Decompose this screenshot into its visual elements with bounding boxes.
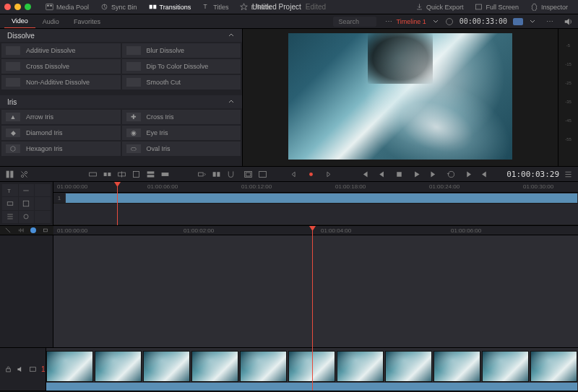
transition-button[interactable] bbox=[211, 167, 223, 180]
split-clip-button[interactable] bbox=[19, 167, 30, 180]
svg-rect-27 bbox=[24, 201, 30, 206]
panel-options-button[interactable]: ⋯ bbox=[381, 17, 397, 25]
timeline-options-button[interactable]: ⋯ bbox=[542, 17, 558, 25]
clip-thumb[interactable] bbox=[95, 351, 142, 382]
transition-cross-dissolve[interactable]: Cross Dissolve bbox=[1, 59, 121, 74]
overview-clip[interactable] bbox=[66, 193, 577, 203]
video-tab[interactable]: Video bbox=[4, 14, 35, 28]
razor-icon[interactable] bbox=[4, 227, 12, 234]
transition-eye-iris[interactable]: ◉Eye Iris bbox=[122, 126, 241, 140]
clip-thumb[interactable] bbox=[143, 351, 190, 382]
quick-export-button[interactable]: Quick Export bbox=[410, 3, 470, 11]
tool-3[interactable] bbox=[35, 184, 51, 196]
clip-thumb[interactable] bbox=[482, 351, 529, 382]
overview-track[interactable]: 1 bbox=[53, 193, 578, 204]
svg-rect-26 bbox=[7, 202, 13, 206]
smart-insert-button[interactable] bbox=[87, 167, 99, 180]
clip-thumb[interactable] bbox=[337, 351, 384, 382]
transitions-tab[interactable]: Transitions bbox=[143, 0, 197, 14]
overview-track-label: 1 bbox=[53, 193, 65, 203]
clip-thumb[interactable] bbox=[240, 351, 287, 382]
tools-dropdown[interactable] bbox=[197, 167, 208, 180]
tool-7[interactable] bbox=[2, 211, 18, 223]
transition-non-additive[interactable]: Non-Additive Dissolve bbox=[1, 75, 121, 90]
safe-area-button[interactable] bbox=[243, 167, 254, 180]
timecode-menu-button[interactable] bbox=[562, 167, 574, 180]
speaker-icon[interactable] bbox=[564, 17, 574, 27]
video-track-icon[interactable] bbox=[29, 365, 37, 373]
full-screen-button[interactable]: Full Screen bbox=[469, 3, 525, 11]
source-overwrite-button[interactable] bbox=[160, 167, 171, 180]
loop-button[interactable] bbox=[444, 167, 457, 180]
close-up-button[interactable] bbox=[131, 167, 142, 180]
next-marker-button[interactable] bbox=[322, 167, 335, 180]
timeline-playhead[interactable] bbox=[312, 226, 313, 391]
tool-5[interactable] bbox=[19, 197, 35, 209]
overview-playhead[interactable] bbox=[117, 182, 118, 225]
tool-2[interactable] bbox=[19, 184, 35, 196]
tool-4[interactable] bbox=[2, 197, 18, 209]
overview-tools: T bbox=[0, 182, 53, 225]
marker-button[interactable] bbox=[304, 167, 317, 180]
timeline-dropdown-icon[interactable] bbox=[432, 18, 439, 25]
transition-oval-iris[interactable]: ⬭Oval Iris bbox=[122, 141, 241, 156]
lock-track-button[interactable]: T bbox=[2, 184, 18, 196]
favorites-tab[interactable]: Favorites bbox=[66, 14, 108, 28]
sync-bin-tab[interactable]: Sync Bin bbox=[95, 0, 143, 14]
color-dropdown-icon[interactable] bbox=[529, 18, 536, 25]
tool-6[interactable] bbox=[35, 197, 51, 209]
next-edit-button[interactable] bbox=[463, 167, 475, 180]
titles-tab[interactable]: TTitles bbox=[197, 0, 234, 14]
boring-detector-button[interactable] bbox=[4, 167, 16, 180]
media-pool-tab[interactable]: Media Pool bbox=[40, 0, 95, 14]
transition-dip-to-color[interactable]: Dip To Color Dissolve bbox=[122, 59, 241, 74]
viewer[interactable] bbox=[243, 29, 558, 166]
clip-thumb[interactable] bbox=[385, 351, 432, 382]
transition-diamond-iris[interactable]: ◆Diamond Iris bbox=[1, 126, 121, 140]
speaker-track-icon[interactable] bbox=[17, 365, 25, 373]
project-title: Untitled ProjectEdited bbox=[252, 3, 326, 11]
tool-8[interactable] bbox=[19, 211, 35, 223]
transition-cross-iris[interactable]: ✚Cross Iris bbox=[122, 110, 241, 124]
transition-blur-dissolve[interactable]: Blur Dissolve bbox=[122, 43, 241, 58]
inspector-button[interactable]: Inspector bbox=[525, 3, 574, 11]
place-on-top-button[interactable] bbox=[145, 167, 157, 180]
search-input[interactable] bbox=[333, 17, 376, 27]
ripple-button[interactable] bbox=[116, 167, 128, 180]
dissolve-category-header[interactable]: Dissolve bbox=[0, 29, 242, 42]
timeline-ruler[interactable]: 01:00:00:00 01:00:02:00 01:00:04:00 01:0… bbox=[53, 226, 578, 235]
track-header[interactable]: 1 bbox=[0, 348, 46, 391]
clip-thumb[interactable] bbox=[46, 351, 93, 382]
append-button[interactable] bbox=[102, 167, 113, 180]
audio-sync-icon[interactable] bbox=[17, 227, 25, 234]
clip-thumb[interactable] bbox=[530, 351, 577, 382]
stop-button[interactable] bbox=[392, 167, 405, 180]
overview-ruler[interactable]: 01:00:00:00 01:00:06:00 01:00:12:00 01:0… bbox=[53, 182, 578, 193]
audio-tab[interactable]: Audio bbox=[35, 14, 66, 28]
prev-frame-button[interactable] bbox=[375, 167, 388, 180]
iris-category-header[interactable]: Iris bbox=[0, 95, 242, 108]
play-button[interactable] bbox=[410, 167, 423, 180]
clip-color-swatch[interactable] bbox=[513, 18, 523, 25]
prev-marker-button[interactable] bbox=[287, 167, 300, 180]
go-start-button[interactable] bbox=[358, 167, 371, 180]
snap-button[interactable] bbox=[225, 167, 237, 180]
svg-rect-7 bbox=[476, 4, 482, 9]
go-end-button[interactable] bbox=[427, 167, 440, 180]
flag-icon[interactable] bbox=[42, 227, 49, 234]
lock-icon[interactable] bbox=[4, 365, 12, 373]
viewer-mode-button[interactable] bbox=[256, 167, 268, 180]
tool-9[interactable] bbox=[35, 211, 51, 223]
clip-thumb[interactable] bbox=[191, 351, 238, 382]
transition-arrow-iris[interactable]: ▲Arrow Iris bbox=[1, 110, 121, 124]
marker-color-icon[interactable] bbox=[30, 227, 36, 233]
timeline-canvas[interactable] bbox=[0, 235, 578, 347]
playback-timecode: 01:00:03:29 bbox=[506, 170, 559, 179]
transition-additive-dissolve[interactable]: Additive Dissolve bbox=[1, 43, 121, 58]
transition-hexagon-iris[interactable]: ⬡Hexagon Iris bbox=[1, 141, 121, 156]
prev-edit-button[interactable] bbox=[478, 167, 489, 180]
window-controls[interactable] bbox=[4, 4, 31, 10]
transition-smooth-cut[interactable]: Smooth Cut bbox=[122, 75, 241, 90]
clip-thumb[interactable] bbox=[434, 351, 480, 382]
timeline-name[interactable]: Timeline 1 bbox=[397, 18, 426, 25]
